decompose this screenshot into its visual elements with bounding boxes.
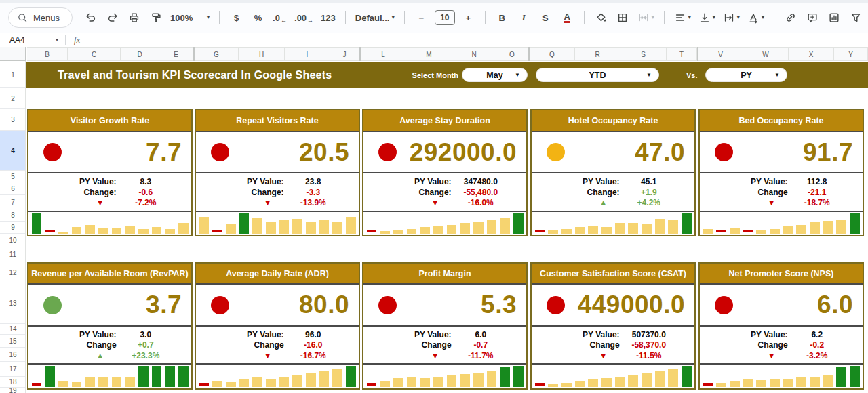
redo-button[interactable] (104, 8, 121, 27)
text-color-button[interactable]: A (559, 8, 576, 27)
borders-button[interactable] (614, 8, 631, 27)
row-header-18[interactable]: 18 (0, 377, 26, 388)
column-header-R[interactable]: R (575, 47, 620, 61)
column-header-T[interactable]: T (667, 47, 697, 61)
text-wrap-button[interactable]: ▾ (722, 8, 741, 27)
sparkline-bar (112, 228, 122, 234)
column-header-Y[interactable]: Y (834, 47, 868, 61)
name-box[interactable]: AA4 ▾ (9, 35, 58, 45)
sparkline-bar (319, 371, 330, 387)
horizontal-align-button[interactable]: ▾ (673, 8, 692, 27)
row-header-4[interactable]: 4 (0, 131, 26, 171)
row-header-9[interactable]: 9 (0, 222, 26, 234)
column-header-V[interactable]: V (698, 47, 743, 61)
column-header-S[interactable]: S (620, 47, 667, 61)
compare-dropdown[interactable]: PY ▼ (705, 68, 787, 82)
search-icon (17, 12, 28, 23)
column-header-D[interactable]: D (121, 47, 159, 61)
change-percent: -11.7% (452, 352, 510, 360)
select-all-corner[interactable] (0, 47, 26, 61)
column-header-G[interactable]: G (195, 47, 239, 61)
row-header-15[interactable]: 15 (0, 335, 26, 348)
stats-line: ▼-18.7% (700, 199, 863, 207)
undo-button[interactable] (82, 8, 99, 27)
column-header-H[interactable]: H (239, 47, 285, 61)
insert-link-button[interactable] (783, 8, 800, 27)
column-header-M[interactable]: M (406, 47, 452, 61)
sparkline-bar (319, 220, 330, 234)
row-header-5[interactable]: 5 (0, 171, 26, 182)
percent-format-button[interactable]: % (250, 8, 267, 27)
kpi-sparkline (28, 211, 191, 235)
text-rotation-button[interactable]: ▾ (746, 8, 766, 27)
zoom-select[interactable]: 100%▾ (169, 8, 211, 27)
kpi-card[interactable]: Repeat Visitors Rate20.5PY Value:23.8Cha… (195, 109, 360, 236)
row-header-1[interactable]: 1 (0, 62, 26, 88)
column-header-I[interactable]: I (285, 47, 330, 61)
fill-color-button[interactable] (593, 8, 610, 27)
kpi-card[interactable]: Profit Margin5.3PY Value:6.0Change-0.7▼-… (362, 262, 528, 390)
sparkline-bar (642, 224, 652, 234)
sparkline-bar (85, 225, 95, 234)
kpi-card[interactable]: Net Promoter Score (NPS)6.0PY Value:6.2C… (698, 262, 864, 390)
kpi-card[interactable]: Customer Satisfaction Score (CSAT)449000… (530, 262, 696, 390)
row-header-8[interactable]: 8 (0, 209, 26, 222)
stats-line: Change:-3.3 (196, 188, 359, 196)
decrease-decimal-button[interactable]: .0← (271, 8, 288, 27)
column-header-E[interactable]: E (159, 47, 193, 61)
row-header-2[interactable]: 2 (0, 88, 26, 109)
column-header-L[interactable]: L (361, 47, 406, 61)
column-header-W[interactable]: W (743, 47, 789, 61)
column-header-Q[interactable]: Q (530, 47, 575, 61)
kpi-card-title: Profit Margin (363, 264, 526, 285)
column-header-N[interactable]: N (452, 47, 496, 61)
sparkline-bar (199, 217, 210, 234)
row-header-7[interactable]: 7 (0, 195, 26, 209)
column-header-C[interactable]: C (68, 47, 121, 61)
row-header-13[interactable]: 13 (0, 283, 26, 324)
status-dot-red (547, 296, 565, 314)
decrease-font-size-button[interactable]: − (413, 8, 430, 27)
increase-font-size-button[interactable]: + (460, 8, 477, 27)
print-button[interactable] (125, 8, 142, 27)
kpi-card[interactable]: Revenue per Available Room (RevPAR)3.7PY… (27, 262, 193, 390)
sparkline-bar (730, 228, 740, 234)
strikethrough-button[interactable]: S (537, 8, 554, 27)
more-formats-button[interactable]: 123 (319, 8, 337, 27)
kpi-card[interactable]: Average Daily Rate (ADR)80.0PY Value:96.… (195, 262, 360, 390)
toolbar: Menus 100%▾$%.0←.00→123Defaul...▾−10+BIS… (0, 3, 868, 33)
row-header-10[interactable]: 10 (0, 234, 26, 247)
paint-format-button[interactable] (147, 8, 164, 27)
row-header-16[interactable]: 16 (0, 348, 26, 362)
insert-comment-button[interactable] (804, 8, 821, 27)
font-size-input[interactable]: 10 (435, 10, 455, 25)
currency-format-button[interactable]: $ (228, 8, 245, 27)
kpi-card[interactable]: Bed Occupancy Rate91.7PY Value:112.8Chan… (698, 109, 864, 236)
column-header-O[interactable]: O (496, 47, 528, 61)
period-dropdown[interactable]: YTD ▼ (536, 68, 659, 82)
kpi-card[interactable]: Visitor Growth Rate7.7PY Value:8.3Change… (27, 109, 193, 236)
insert-chart-button[interactable] (826, 8, 843, 27)
menus-button[interactable]: Menus (8, 7, 73, 28)
row-header-6[interactable]: 6 (0, 182, 26, 195)
vertical-align-button[interactable]: ▾ (697, 8, 717, 27)
font-family-select[interactable]: Defaul...▾ (354, 8, 396, 27)
row-header-12[interactable]: 12 (0, 262, 26, 283)
row-header-19[interactable]: 19 (0, 388, 26, 393)
kpi-card[interactable]: Average Stay Duration292000.0PY Value:34… (362, 109, 528, 236)
month-dropdown[interactable]: May ▼ (462, 68, 528, 82)
row-header-11[interactable]: 11 (0, 247, 26, 262)
row-header-14[interactable]: 14 (0, 324, 26, 335)
triangle-down-icon: ▼ (363, 199, 452, 207)
italic-button[interactable]: I (515, 8, 532, 27)
increase-decimal-button[interactable]: .00→ (293, 8, 315, 27)
column-header-B[interactable]: B (27, 47, 68, 61)
row-header-17[interactable]: 17 (0, 362, 26, 377)
kpi-card[interactable]: Hotel Occupancy Rate47.0PY Value:45.1Cha… (530, 109, 696, 236)
column-header-X[interactable]: X (789, 47, 834, 61)
row-header-3[interactable]: 3 (0, 109, 26, 131)
bold-button[interactable]: B (494, 8, 511, 27)
sparkline-bar (138, 229, 149, 234)
create-filter-button[interactable] (848, 8, 865, 27)
column-header-J[interactable]: J (330, 47, 359, 61)
